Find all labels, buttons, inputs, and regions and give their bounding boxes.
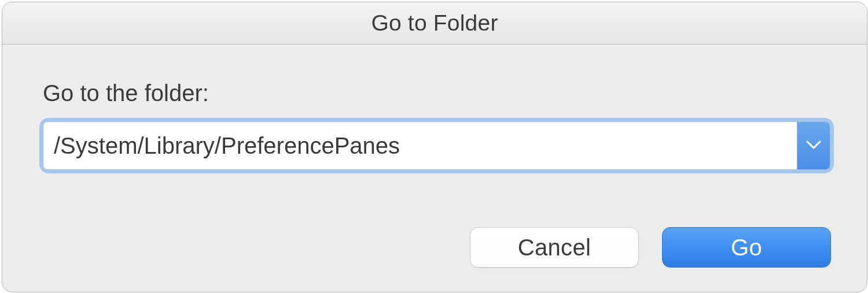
path-input[interactable] [43, 122, 797, 169]
chevron-down-icon [806, 139, 821, 152]
history-dropdown-button[interactable] [797, 122, 830, 169]
go-button-label: Go [731, 235, 762, 261]
dialog-body: Go to the folder: [2, 44, 867, 170]
titlebar: Go to Folder [2, 2, 867, 44]
go-button[interactable]: Go [662, 227, 831, 268]
go-to-folder-dialog: Go to Folder Go to the folder: Cancel Go [2, 2, 867, 292]
cancel-button-label: Cancel [518, 235, 591, 261]
prompt-label: Go to the folder: [43, 80, 826, 106]
path-combobox[interactable] [43, 121, 830, 170]
dialog-title: Go to Folder [371, 10, 498, 36]
button-row: Cancel Go [470, 227, 831, 268]
cancel-button[interactable]: Cancel [470, 227, 639, 268]
